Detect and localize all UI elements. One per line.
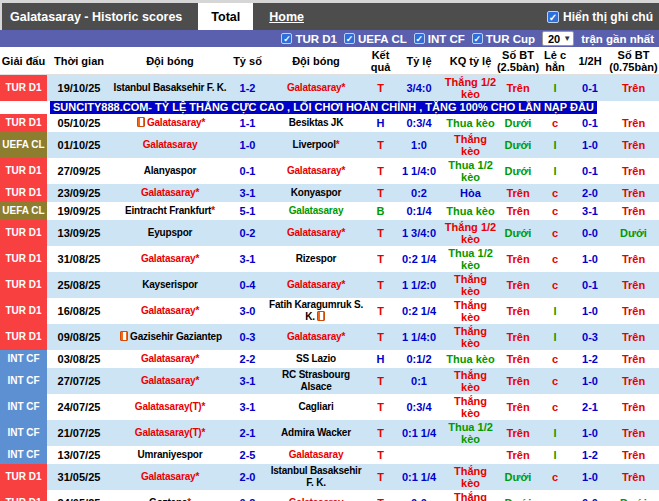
- filter-int-cf[interactable]: ✓INT CF: [414, 33, 465, 45]
- team-name: Galatasaray: [289, 497, 344, 501]
- team-name: Galatasaray: [141, 187, 196, 198]
- league-badge: TUR D1: [0, 75, 47, 101]
- league-badge: INT CF: [0, 420, 47, 446]
- team-name: Goztepe: [149, 497, 187, 501]
- recent-count-value: 20: [548, 33, 560, 45]
- away-team: Galatasaray: [266, 490, 366, 501]
- column-header: 1/2H: [572, 47, 608, 74]
- half-time-score: 2-1: [572, 394, 608, 420]
- odds-result: Thua kèo: [443, 350, 498, 368]
- handicap-odds: 0:1/4: [395, 202, 443, 220]
- recent-count-select[interactable]: 20 ▼: [542, 31, 574, 46]
- league-badge: TUR D1: [0, 246, 47, 272]
- odds-result: Thua kèo: [443, 202, 498, 220]
- match-score: 2-2: [229, 350, 266, 368]
- away-team: Galatasaray*: [266, 324, 366, 350]
- team-name: Galatasaray: [141, 471, 196, 482]
- odd-even: l: [538, 420, 572, 446]
- ad-banner-link[interactable]: SUNCITY888.COM- TỶ LỆ THẮNG CỰC CAO , LỐ…: [50, 101, 597, 114]
- over-under-2-5: Dưới: [498, 490, 538, 501]
- league-filters: ✓TUR D1✓UEFA CL✓INT CF✓TUR Cup: [281, 33, 535, 45]
- filter-tur-cup[interactable]: ✓TUR Cup: [472, 33, 535, 45]
- league-badge: INT CF: [0, 368, 47, 394]
- handicap-odds: 1 1/4:0: [395, 158, 443, 184]
- handicap-odds: 1 3/4:0: [395, 220, 443, 246]
- match-score: 0-4: [229, 272, 266, 298]
- table-row: INT CF24/07/25Galatasaray(T)*3-1Cagliari…: [0, 394, 659, 420]
- odd-even: c: [538, 350, 572, 368]
- match-score: 2-0: [229, 464, 266, 490]
- odd-even: c: [538, 202, 572, 220]
- table-row: INT CF13/07/25Umraniyespor2-5Galatasaray…: [0, 446, 659, 464]
- team-name: Kayserispor: [142, 279, 198, 290]
- handicap-odds: 3/4:0: [395, 75, 443, 101]
- away-team: Galatasaray*: [266, 75, 366, 101]
- away-team: Galatasaray*: [266, 220, 366, 246]
- half-time-score: 0-0: [572, 490, 608, 501]
- league-badge: UEFA CL: [0, 202, 47, 220]
- result-letter: T: [366, 446, 395, 464]
- tab-home[interactable]: Home: [269, 3, 304, 30]
- team-name: Galatasaray: [147, 117, 202, 128]
- table-row: INT CF27/07/25Galatasaray*3-1RC Strasbou…: [0, 368, 659, 394]
- tab-total[interactable]: Total: [198, 3, 253, 30]
- team-name: Umraniyespor: [138, 449, 203, 460]
- filter-tur-d1[interactable]: ✓TUR D1: [281, 33, 337, 45]
- match-score: 5-1: [229, 202, 266, 220]
- show-notes-toggle[interactable]: ✓ Hiển thị ghi chú: [547, 3, 653, 30]
- odds-result: Thua kèo: [443, 114, 498, 132]
- table-row: TUR D105/10/25Galatasaray*1-1Besiktas JK…: [0, 114, 659, 132]
- away-team: Istanbul Basaksehir F. K.: [266, 464, 366, 490]
- topbar-spacer: [304, 3, 547, 30]
- table-row: TUR D131/08/25Galatasaray*3-1RizesporT0:…: [0, 246, 659, 272]
- handicap-odds: 1 1/2:0: [395, 272, 443, 298]
- column-header: Giải đấu: [0, 47, 47, 74]
- odd-even: l: [538, 324, 572, 350]
- team-star-marker: *: [341, 227, 345, 238]
- odds-result: Thắng 1/2 kèo: [443, 75, 498, 101]
- odd-even: c: [538, 394, 572, 420]
- odd-even: c: [538, 220, 572, 246]
- league-badge: TUR D1: [0, 220, 47, 246]
- handicap-odds: 0:2: [395, 184, 443, 202]
- odd-even: l: [538, 298, 572, 324]
- handicap-odds: 0:3/4: [395, 114, 443, 132]
- historic-scores-page: Galatasaray - Historic scores Total Home…: [0, 0, 659, 501]
- table-row: TUR D125/08/25Kayserispor0-4Galatasaray*…: [0, 272, 659, 298]
- checkbox-checked-icon: ✓: [414, 33, 425, 44]
- topbar: Galatasaray - Historic scores Total Home…: [0, 0, 659, 30]
- result-letter: T: [366, 220, 395, 246]
- odds-result: Thắng kèo: [443, 394, 498, 420]
- team-star-marker: *: [201, 401, 205, 412]
- match-date: 19/09/25: [47, 202, 111, 220]
- home-team: Umraniyespor: [111, 446, 229, 464]
- column-header: Đội bóng: [111, 47, 229, 74]
- team-name: Galatasaray: [141, 253, 196, 264]
- team-star-marker: *: [201, 427, 205, 438]
- column-header: Số BT (2.5bàn): [498, 47, 538, 74]
- half-time-score: 2-0: [572, 184, 608, 202]
- over-under-2-5: Trên: [498, 272, 538, 298]
- match-score: 2-5: [229, 446, 266, 464]
- team-name: Galatasaray: [287, 227, 342, 238]
- team-name: Konyaspor: [291, 187, 341, 198]
- filter-uefa-cl[interactable]: ✓UEFA CL: [344, 33, 407, 45]
- match-score: 3-1: [229, 184, 266, 202]
- handicap-odds: 0:2 1/4: [395, 246, 443, 272]
- home-team: Galatasaray*: [111, 368, 229, 394]
- home-team: Galatasaray(T)*: [111, 420, 229, 446]
- over-under-0-75: Trên: [608, 324, 659, 350]
- handicap-odds: 0:1 1/4: [395, 420, 443, 446]
- column-header: Kết quả: [366, 47, 395, 74]
- result-letter: T: [366, 184, 395, 202]
- table-row: TUR D109/08/25Gazisehir Gaziantep0-3Gala…: [0, 324, 659, 350]
- odds-result: Thắng kèo: [443, 132, 498, 158]
- team-name: SS Lazio: [296, 353, 336, 364]
- result-letter: B: [366, 202, 395, 220]
- handicap-odds: 0:0: [395, 490, 443, 501]
- home-team: Galatasaray*: [111, 114, 229, 132]
- match-score: 2-1: [229, 420, 266, 446]
- result-letter: T: [366, 464, 395, 490]
- table-row: TUR D124/05/25Goztepe*0-2GalatasarayT0:0…: [0, 490, 659, 501]
- half-time-score: 1-2: [572, 350, 608, 368]
